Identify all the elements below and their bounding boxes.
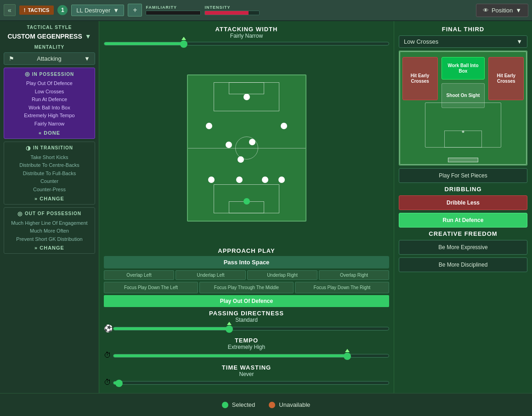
run-at-defence-btn[interactable]: Run At Defence xyxy=(399,213,527,228)
out-of-possession-section: ◎ OUT OF POSSESSION Much Higher Line Of … xyxy=(4,207,95,254)
in-possession-header: ◎ IN POSSESSION xyxy=(7,71,92,77)
sidebar: TACTICAL STYLE CUSTOM GEGENPRESS ▼ MENTA… xyxy=(0,21,99,393)
hit-early-crosses-left-label: Hit Early Crosses xyxy=(405,73,436,84)
center-panel: ATTACKING WIDTH Fairly Narrow xyxy=(99,21,394,393)
approach-mid-grid: Focus Play Down The LeftFocus Play Throu… xyxy=(104,282,389,293)
final-third-chevron: ▼ xyxy=(516,38,522,45)
eye-icon: 👁 xyxy=(483,7,489,14)
in-possession-section: ◎ IN POSSESSION Play Out Of DefenceLow C… xyxy=(4,68,95,139)
in-transition-items: Take Short KicksDistribute To Centre-Bac… xyxy=(7,154,92,194)
change-button-2[interactable]: » CHANGE xyxy=(7,245,92,251)
intensity-fill xyxy=(205,11,248,15)
attacking-width-slider[interactable] xyxy=(104,42,389,46)
change-button-1[interactable]: » CHANGE xyxy=(7,196,92,201)
familiarity-section: FAMILIARITY xyxy=(146,5,201,15)
bottom-legend: Selected Unavailable xyxy=(0,393,532,416)
tempo-slider-container[interactable]: ⏱ xyxy=(104,354,389,358)
approach-play-section: APPROACH PLAY Pass Into Space Overlap Le… xyxy=(104,247,389,307)
out-of-possession-header: ◎ OUT OF POSSESSION xyxy=(7,211,92,217)
approach-mid-btn[interactable]: Focus Play Down The Right xyxy=(295,282,389,293)
in-possession-item: Fairly Narrow xyxy=(7,120,92,128)
right-panel: FINAL THIRD Low Crosses ▼ Hit Early Cros… xyxy=(394,21,532,393)
player-gk xyxy=(243,94,250,100)
hit-early-crosses-right[interactable]: Hit Early Crosses xyxy=(488,57,524,100)
transition-icon: ◑ xyxy=(26,145,31,151)
approach-play-selected-bar[interactable]: Pass Into Space xyxy=(104,256,389,268)
mentality-select[interactable]: ⚑ Attacking ▼ xyxy=(4,52,95,65)
hit-early-crosses-right-label: Hit Early Crosses xyxy=(491,73,521,84)
mentality-value: Attacking xyxy=(37,55,61,62)
tempo-icon: ⏱ xyxy=(104,351,111,359)
time-wasting-slider-container[interactable]: ⏱ xyxy=(104,381,389,385)
hit-early-crosses-left[interactable]: Hit Early Crosses xyxy=(402,57,438,100)
topbar: « ! TACTICS 1 LL Destroyer ▼ + FAMILIARI… xyxy=(0,0,532,21)
goal xyxy=(448,158,478,162)
approach-top-btn[interactable]: Overlap Right xyxy=(319,270,389,280)
passing-slider-fill xyxy=(113,327,229,330)
approach-play-title: APPROACH PLAY xyxy=(104,247,389,254)
penalty-spot xyxy=(462,131,464,133)
final-third-pitch: Hit Early Crosses Work Ball Into Box Hit… xyxy=(399,51,527,165)
in-transition-item: Distribute To Centre-Backs xyxy=(7,161,92,170)
dribble-less-btn[interactable]: Dribble Less xyxy=(399,195,527,210)
width-slider-fill xyxy=(104,42,184,45)
selected-label: Selected xyxy=(232,401,255,408)
work-ball-into-box[interactable]: Work Ball Into Box xyxy=(441,57,485,80)
chevron-down-icon2: ▼ xyxy=(515,7,521,14)
intensity-label: INTENSITY xyxy=(204,5,260,10)
final-third-dropdown[interactable]: Low Crosses ▼ xyxy=(399,35,527,48)
tactical-style-name: CUSTOM GEGENPRESS xyxy=(7,33,82,40)
player-ml xyxy=(208,177,215,183)
in-transition-header: ◑ IN TRANSITION xyxy=(7,145,92,151)
player-mr2 xyxy=(278,177,285,183)
in-possession-item: Extremely High Tempo xyxy=(7,112,92,120)
passing-slider-container[interactable]: ⚽ xyxy=(104,327,389,331)
passing-directness-value: Standard xyxy=(104,317,389,323)
tempo-slider-track xyxy=(113,354,389,358)
play-for-set-pieces-btn[interactable]: Play For Set Pieces xyxy=(399,168,527,183)
pitch-top-6yard xyxy=(229,82,264,94)
approach-play-out-btn[interactable]: Play Out Of Defence xyxy=(104,295,389,307)
tactical-style-chevron[interactable]: ▼ xyxy=(85,33,91,40)
player-st xyxy=(243,198,250,205)
width-slider-thumb xyxy=(180,40,187,48)
tactic-name-text: LL Destroyer xyxy=(76,7,110,14)
selected-legend: Selected xyxy=(222,401,255,408)
tempo-title: TEMPO xyxy=(104,337,389,344)
dribbling-title: DRIBBLING xyxy=(399,186,527,193)
pitch-diagram xyxy=(187,74,306,222)
in-possession-label: IN POSSESSION xyxy=(32,72,74,77)
tactics-label: ! TACTICS xyxy=(19,6,54,15)
tempo-section: TEMPO Extremely High ⏱ xyxy=(104,337,389,361)
shoot-on-sight[interactable]: Shoot On Sight xyxy=(441,83,485,108)
tw-slider-thumb xyxy=(115,380,123,387)
tactical-style-label: TACTICAL STYLE xyxy=(4,25,95,30)
in-possession-item: Low Crosses xyxy=(7,88,92,96)
intensity-bar xyxy=(204,11,260,15)
shoot-on-sight-label: Shoot On Sight xyxy=(447,93,480,98)
exclamation-icon: ! xyxy=(24,7,26,13)
six-yard-box xyxy=(444,131,482,148)
in-transition-item: Distribute To Full-Backs xyxy=(7,170,92,178)
approach-top-btn[interactable]: Overlap Left xyxy=(104,270,174,280)
clock-icon: ⏱ xyxy=(104,378,111,387)
approach-top-btn[interactable]: Underlap Right xyxy=(247,270,317,280)
unavailable-label: Unavailable xyxy=(279,401,310,408)
position-button[interactable]: 👁 Position ▼ xyxy=(476,4,528,17)
in-transition-item: Take Short Kicks xyxy=(7,154,92,162)
tactic-name-dropdown[interactable]: LL Destroyer ▼ xyxy=(71,5,124,16)
approach-mid-btn[interactable]: Focus Play Down The Left xyxy=(104,282,198,293)
in-possession-items: Play Out Of DefenceLow CrossesRun At Def… xyxy=(7,80,92,128)
familiarity-bar xyxy=(146,11,201,15)
approach-top-btn[interactable]: Underlap Left xyxy=(175,270,246,280)
done-button[interactable]: « DONE xyxy=(7,130,92,136)
out-of-possession-items: Much Higher Line Of EngagementMuch More … xyxy=(7,219,92,244)
back-button[interactable]: « xyxy=(4,4,16,16)
approach-mid-btn[interactable]: Focus Play Through The Middle xyxy=(199,282,294,293)
be-more-disciplined-btn[interactable]: Be More Disciplined xyxy=(399,257,527,272)
out-possession-icon: ◎ xyxy=(17,211,23,217)
in-possession-item: Run At Defence xyxy=(7,96,92,104)
final-third-value: Low Crosses xyxy=(404,38,438,45)
add-tactic-button[interactable]: + xyxy=(128,4,142,17)
be-more-expressive-btn[interactable]: Be More Expressive xyxy=(399,240,527,255)
